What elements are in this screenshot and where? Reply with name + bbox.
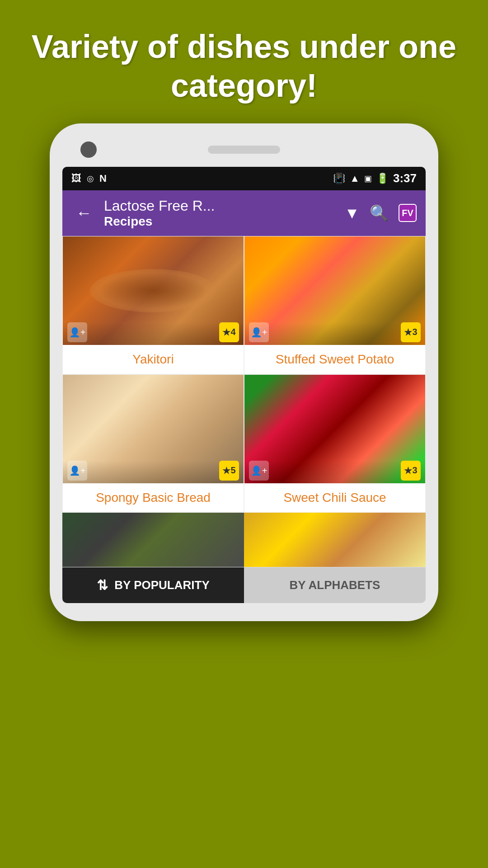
recipe-grid: 👤+ ★ 4 Yakitori 👤+ (62, 236, 426, 513)
recipe-name-stuffed-sweet-potato: Stuffed Sweet Potato (244, 345, 425, 374)
sort-by-popularity-button[interactable]: ⇅ BY POPULARITY (62, 567, 244, 603)
rating-num-chili: 3 (412, 465, 417, 476)
rating-badge-yakitori: ★ 4 (219, 322, 239, 342)
search-icon[interactable]: 🔍 (370, 204, 389, 222)
status-bar-right: 📳 ▲ ▣ 🔋 3:37 (333, 171, 417, 185)
rating-badge-chili: ★ 3 (401, 461, 421, 481)
recipe-name-sweet-chili: Sweet Chili Sauce (244, 483, 425, 512)
image-icon: 🖼 (71, 173, 81, 184)
add-recipe-icon-yakitori[interactable]: 👤+ (67, 322, 87, 342)
signal-icon: ▣ (364, 174, 372, 184)
page-header: Variety of dishes under one category! (0, 0, 488, 123)
app-bar-actions: ▼ 🔍 FV (344, 204, 417, 222)
app-bar: ← Lactose Free R... Recipes ▼ 🔍 FV (62, 190, 426, 236)
recipe-image-yakitori: 👤+ ★ 4 (63, 236, 244, 345)
rating-star-yakitori: ★ (222, 327, 230, 338)
partial-card-2[interactable] (244, 513, 426, 567)
recipe-image-stuffed-sweet-potato: 👤+ ★ 3 (244, 236, 425, 345)
location-icon: ◎ (87, 174, 94, 184)
rating-star-bread: ★ (222, 465, 230, 476)
rating-star-chili: ★ (404, 465, 412, 476)
fv-badge[interactable]: FV (399, 204, 417, 222)
rating-num-stuffed: 3 (412, 327, 417, 337)
recipe-name-yakitori: Yakitori (63, 345, 244, 374)
phone-speaker (208, 146, 280, 154)
recipe-image-sweet-chili: 👤+ ★ 3 (244, 375, 425, 483)
status-bar: 🖼 ◎ N 📳 ▲ ▣ 🔋 3:37 (62, 167, 426, 190)
recipe-overlay-stuffed: 👤+ ★ 3 (244, 322, 425, 345)
recipe-card-spongy-bread[interactable]: 👤+ ★ 5 Spongy Basic Bread (62, 374, 244, 513)
sort-icon: ⇅ (97, 577, 108, 593)
partial-row (62, 513, 426, 567)
bottom-nav: ⇅ BY POPULARITY BY ALPHABETS (62, 567, 426, 603)
battery-icon: 🔋 (376, 173, 389, 184)
rating-badge-stuffed: ★ 3 (401, 322, 421, 342)
page-title: Variety of dishes under one category! (18, 27, 470, 105)
phone-frame: 🖼 ◎ N 📳 ▲ ▣ 🔋 3:37 ← Lactose Free R... R… (50, 123, 438, 621)
back-button[interactable]: ← (71, 202, 97, 224)
recipe-card-yakitori[interactable]: 👤+ ★ 4 Yakitori (62, 236, 244, 374)
add-recipe-icon-chili[interactable]: 👤+ (249, 461, 269, 481)
wifi-icon: ▲ (350, 173, 360, 184)
recipe-name-spongy-bread: Spongy Basic Bread (63, 483, 244, 512)
add-icon-bread: 👤+ (69, 465, 86, 476)
alphabets-label: BY ALPHABETS (290, 578, 380, 592)
sort-by-alphabets-button[interactable]: BY ALPHABETS (244, 567, 426, 603)
add-icon-stuffed: 👤+ (251, 327, 267, 338)
recipe-card-stuffed-sweet-potato[interactable]: 👤+ ★ 3 Stuffed Sweet Potato (244, 236, 426, 374)
recipe-overlay-bread: 👤+ ★ 5 (63, 461, 244, 483)
add-recipe-icon-bread[interactable]: 👤+ (67, 461, 87, 481)
rating-star-stuffed: ★ (404, 327, 412, 338)
vibrate-icon: 📳 (333, 173, 345, 184)
recipe-overlay-chili: 👤+ ★ 3 (244, 461, 425, 483)
n-icon: N (99, 173, 107, 184)
filter-icon[interactable]: ▼ (344, 204, 360, 222)
recipe-card-sweet-chili[interactable]: 👤+ ★ 3 Sweet Chili Sauce (244, 374, 426, 513)
rating-num-yakitori: 4 (230, 327, 235, 337)
status-time: 3:37 (393, 171, 417, 185)
phone-screen: 🖼 ◎ N 📳 ▲ ▣ 🔋 3:37 ← Lactose Free R... R… (62, 167, 426, 603)
recipe-image-spongy-bread: 👤+ ★ 5 (63, 375, 244, 483)
rating-num-bread: 5 (230, 465, 235, 476)
rating-badge-bread: ★ 5 (219, 461, 239, 481)
add-icon-chili: 👤+ (251, 465, 267, 476)
app-bar-title-area: Lactose Free R... Recipes (104, 198, 337, 229)
popularity-label: BY POPULARITY (114, 578, 209, 592)
phone-camera (80, 142, 97, 158)
status-bar-left: 🖼 ◎ N (71, 173, 107, 184)
app-title-sub: Recipes (104, 214, 337, 229)
partial-card-1[interactable] (62, 513, 244, 567)
app-title-main: Lactose Free R... (104, 198, 337, 214)
recipe-overlay-yakitori: 👤+ ★ 4 (63, 322, 244, 345)
phone-top (62, 137, 426, 167)
add-icon: 👤+ (69, 327, 86, 338)
add-recipe-icon-stuffed[interactable]: 👤+ (249, 322, 269, 342)
